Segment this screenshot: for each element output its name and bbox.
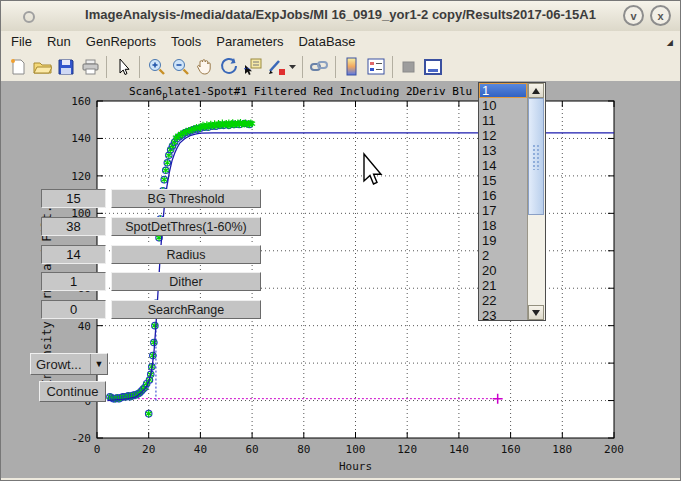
open-folder-icon[interactable] [31, 56, 53, 78]
save-icon[interactable] [55, 56, 77, 78]
listbox-item[interactable]: 16 [479, 188, 527, 203]
menu-overflow-arrow[interactable]: ◢ [667, 38, 673, 47]
dock-figure-icon[interactable] [422, 56, 444, 78]
listbox-item[interactable]: 12 [479, 128, 527, 143]
app-window: ImageAnalysis-/media/data/ExpJobs/MI 16_… [0, 0, 681, 481]
listbox-scrollbar[interactable] [527, 83, 545, 320]
radius-input[interactable] [41, 245, 106, 264]
link-plots-icon[interactable] [308, 56, 330, 78]
new-file-icon[interactable] [7, 56, 29, 78]
scrollbar-thumb[interactable] [528, 98, 544, 215]
close-button[interactable]: x [650, 5, 671, 26]
menu-database[interactable]: DataBase [298, 34, 355, 49]
listbox-item[interactable]: 18 [479, 218, 527, 233]
toolbar-separator [335, 56, 336, 78]
searchrange-button[interactable]: SearchRange [111, 300, 261, 319]
menu-file[interactable]: File [11, 34, 32, 49]
pointer-icon[interactable] [112, 56, 134, 78]
listbox-item[interactable]: 21 [479, 278, 527, 293]
listbox-item[interactable]: 1 [479, 83, 527, 98]
window-title: ImageAnalysis-/media/data/ExpJobs/MI 16_… [1, 7, 680, 22]
listbox-item[interactable]: 22 [479, 293, 527, 308]
legend-icon[interactable] [365, 56, 387, 78]
pan-hand-icon[interactable] [193, 56, 215, 78]
menu-bar: File Run GenReports Tools Parameters Dat… [1, 31, 680, 52]
spot-listbox[interactable]: 110111213141516171819220212223 [478, 82, 546, 321]
zoom-out-icon[interactable] [169, 56, 191, 78]
figure-toolbar [1, 52, 680, 82]
listbox-item[interactable]: 14 [479, 158, 527, 173]
popup-arrow-icon: ▼ [90, 354, 107, 374]
data-cursor-icon[interactable] [241, 56, 263, 78]
colorbar-icon[interactable] [341, 56, 363, 78]
hide-plot-tools-icon[interactable] [398, 56, 420, 78]
listbox-item[interactable]: 20 [479, 263, 527, 278]
scroll-up-icon[interactable] [528, 83, 544, 98]
listbox-item[interactable]: 15 [479, 173, 527, 188]
dither-button[interactable]: Dither [111, 272, 261, 291]
menu-genreports[interactable]: GenReports [86, 34, 156, 49]
listbox-item[interactable]: 11 [479, 113, 527, 128]
growth-popup-menu[interactable]: Growt... ▼ [30, 353, 108, 375]
toolbar-separator [139, 56, 140, 78]
spotdetthres-button[interactable]: SpotDetThres(1-60%) [111, 217, 261, 236]
growth-popup-label: Growt... [31, 357, 90, 372]
print-icon[interactable] [79, 56, 101, 78]
menu-tools[interactable]: Tools [171, 34, 201, 49]
listbox-item[interactable]: 19 [479, 233, 527, 248]
continue-button[interactable]: Continue [39, 381, 106, 402]
bg-threshold-input[interactable] [41, 189, 106, 208]
listbox-item[interactable]: 23 [479, 308, 527, 320]
bg-threshold-button[interactable]: BG Threshold [111, 189, 261, 208]
brush-dropdown-icon[interactable] [288, 56, 298, 78]
zoom-in-icon[interactable] [145, 56, 167, 78]
shade-button[interactable]: v [623, 5, 644, 26]
dither-input[interactable] [41, 272, 106, 291]
toolbar-separator [302, 56, 303, 78]
spot-listbox-items[interactable]: 110111213141516171819220212223 [479, 83, 527, 320]
scroll-down-icon[interactable] [528, 305, 544, 320]
brush-icon[interactable] [265, 56, 287, 78]
listbox-item[interactable]: 10 [479, 98, 527, 113]
menu-run[interactable]: Run [47, 34, 71, 49]
listbox-item[interactable]: 13 [479, 143, 527, 158]
listbox-item[interactable]: 2 [479, 248, 527, 263]
title-bar: ImageAnalysis-/media/data/ExpJobs/MI 16_… [1, 1, 680, 32]
listbox-item[interactable]: 17 [479, 203, 527, 218]
rotate-3d-icon[interactable] [217, 56, 239, 78]
searchrange-input[interactable] [41, 300, 106, 319]
spotdetthres-input[interactable] [41, 217, 106, 236]
radius-button[interactable]: Radius [111, 245, 261, 264]
toolbar-separator [106, 56, 107, 78]
toolbar-separator [392, 56, 393, 78]
menu-parameters[interactable]: Parameters [216, 34, 283, 49]
